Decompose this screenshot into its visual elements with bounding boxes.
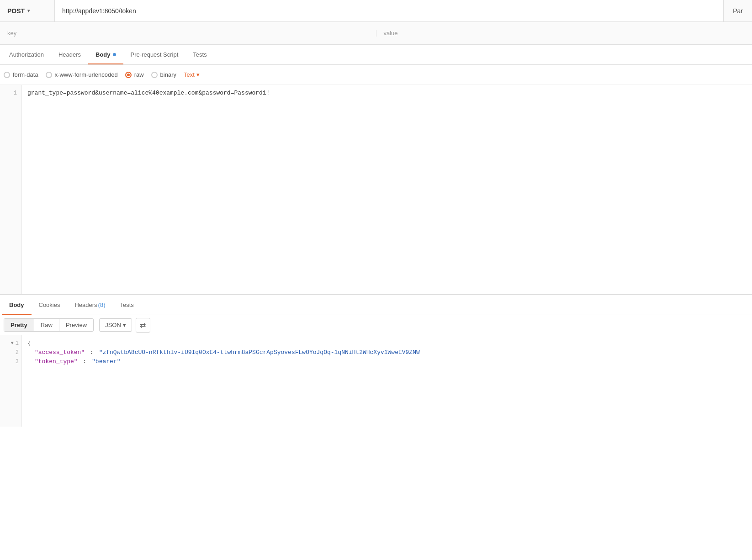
radio-raw[interactable]: raw (125, 71, 144, 78)
params-area: key value (0, 22, 752, 45)
json-format-chevron-icon: ▾ (123, 322, 126, 328)
tab-headers-label: Headers (58, 51, 81, 58)
resp-line-number-3: ▼ 3 (0, 357, 21, 366)
radio-binary-circle (151, 72, 158, 78)
body-options-bar: form-data x-www-form-urlencoded raw bina… (0, 65, 752, 85)
editor-line-numbers: 1 (0, 85, 22, 294)
radio-binary[interactable]: binary (151, 71, 176, 78)
wrap-button[interactable]: ⇄ (136, 318, 150, 333)
opening-brace: { (27, 339, 31, 348)
resp-tab-headers[interactable]: Headers (8) (67, 295, 112, 315)
url-text: http://appdev1:8050/token (62, 7, 136, 15)
value-placeholder: value (384, 30, 398, 37)
access-token-key: "access_token" (35, 349, 85, 356)
tab-pre-request-script[interactable]: Pre-request Script (123, 44, 186, 64)
resp-code-line-3: "token_type" : "bearer" (27, 357, 747, 366)
json-format-dropdown[interactable]: JSON ▾ (99, 318, 132, 332)
format-pretty-button[interactable]: Pretty (4, 319, 34, 331)
body-dot-indicator (113, 53, 116, 56)
radio-urlencoded-label: x-www-form-urlencoded (55, 71, 118, 78)
resp-tab-tests-label: Tests (120, 301, 134, 308)
method-selector[interactable]: POST ▾ (0, 0, 55, 21)
response-toolbar: Pretty Raw Preview JSON ▾ ⇄ (0, 315, 752, 335)
value-column: value (376, 30, 752, 37)
tab-authorization-label: Authorization (9, 51, 44, 58)
format-preview-button[interactable]: Preview (59, 319, 93, 331)
resp-tab-cookies[interactable]: Cookies (32, 295, 68, 315)
radio-binary-label: binary (160, 71, 176, 78)
par-button[interactable]: Par (723, 0, 752, 21)
tab-headers[interactable]: Headers (51, 44, 88, 64)
url-bar[interactable]: http://appdev1:8050/token (55, 0, 723, 21)
tab-tests[interactable]: Tests (185, 44, 214, 64)
resp-line-number-2: ▼ 2 (0, 348, 21, 357)
response-editor: ▼ 1 ▼ 2 ▼ 3 { "access_token" : "zfnQwtbA… (0, 335, 752, 427)
resp-tab-headers-label: Headers (74, 301, 97, 308)
resp-code-content: { "access_token" : "zfnQwtbA8cUO-nRfkthl… (22, 335, 752, 427)
radio-raw-label: raw (134, 71, 144, 78)
tab-body-label: Body (95, 51, 111, 58)
top-bar: POST ▾ http://appdev1:8050/token Par (0, 0, 752, 22)
resp-code-line-2: "access_token" : "zfnQwtbA8cUO-nRfkthlv-… (27, 348, 747, 357)
token-type-value: "bearer" (92, 358, 120, 365)
method-chevron-icon: ▾ (27, 8, 30, 13)
radio-urlencoded-circle (46, 72, 52, 78)
par-label: Par (733, 7, 743, 15)
radio-form-data-circle (4, 72, 10, 78)
resp-tab-cookies-label: Cookies (39, 301, 60, 308)
code-line-1: grant_type=password&username=alice%40exa… (27, 89, 747, 98)
resp-line-numbers: ▼ 1 ▼ 2 ▼ 3 (0, 335, 22, 427)
tab-pre-request-label: Pre-request Script (131, 51, 179, 58)
tab-authorization[interactable]: Authorization (2, 44, 51, 64)
code-line-1-text: grant_type=password&username=alice%40exa… (27, 89, 270, 98)
key-placeholder: key (7, 30, 16, 37)
resp-code-line-1: { (27, 339, 747, 348)
text-format-label: Text (184, 71, 195, 78)
resp-tab-tests[interactable]: Tests (113, 295, 141, 315)
line-number-1: 1 (0, 89, 21, 98)
text-format-chevron-icon: ▾ (196, 71, 200, 78)
radio-urlencoded[interactable]: x-www-form-urlencoded (46, 71, 118, 78)
resp-tab-body-label: Body (9, 301, 24, 308)
response-format-group: Pretty Raw Preview (4, 318, 94, 332)
json-format-label: JSON (105, 322, 121, 328)
tab-tests-label: Tests (193, 51, 207, 58)
access-token-value: "zfnQwtbA8cUO-nRfkthlv-iU9Iq0OxE4-ttwhrm… (99, 349, 420, 356)
key-column: key (0, 30, 376, 37)
resp-headers-count: (8) (98, 301, 106, 308)
response-tabs-bar: Body Cookies Headers (8) Tests (0, 295, 752, 315)
tab-body[interactable]: Body (88, 44, 123, 64)
resp-tab-body[interactable]: Body (2, 295, 32, 315)
text-format-dropdown[interactable]: Text ▾ (184, 71, 200, 78)
radio-form-data[interactable]: form-data (4, 71, 38, 78)
radio-raw-circle (125, 72, 132, 78)
format-raw-button[interactable]: Raw (34, 319, 59, 331)
request-editor: 1 grant_type=password&username=alice%40e… (0, 85, 752, 295)
expand-btn-1[interactable]: ▼ (11, 339, 14, 348)
token-type-key: "token_type" (35, 358, 78, 365)
resp-line-number-1: ▼ 1 (0, 339, 21, 348)
method-label: POST (7, 7, 25, 15)
wrap-icon: ⇄ (140, 321, 146, 329)
request-tabs-bar: Authorization Headers Body Pre-request S… (0, 45, 752, 65)
radio-form-data-label: form-data (13, 71, 38, 78)
editor-code-content[interactable]: grant_type=password&username=alice%40exa… (22, 85, 752, 294)
